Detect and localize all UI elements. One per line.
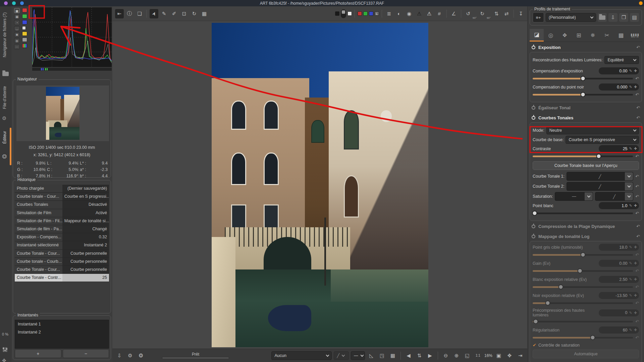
reset-icon[interactable]: ↶ (636, 234, 640, 239)
curve-mode-icon[interactable]: ◡ (14, 26, 20, 31)
plus-icon[interactable]: ✚ (634, 69, 637, 73)
tone-curves-header[interactable]: Courbes Tonales ↶ (530, 112, 642, 122)
edit-icon[interactable]: ✎ (629, 203, 632, 208)
save-icon[interactable]: ⇩ (115, 351, 124, 360)
tone-curve2-selector[interactable]: ╱ (567, 182, 633, 191)
red-channel-square[interactable] (358, 11, 362, 16)
angle-icon[interactable]: ∠ (449, 9, 458, 18)
regularization-spin[interactable]: 60✎✚ (599, 326, 639, 334)
palette-icon[interactable]: ❂ (137, 351, 145, 360)
histogram-canvas[interactable] (32, 7, 112, 67)
reset-icon[interactable]: ↶ (635, 92, 639, 97)
tab-queue[interactable]: File d'attente (2, 86, 7, 109)
luma-channel-toggle[interactable] (22, 26, 26, 30)
monitor-profile-icon[interactable]: ▦ (388, 351, 397, 360)
power-icon[interactable] (532, 46, 535, 49)
pan-icon[interactable]: ✥ (2, 358, 6, 362)
collapse-right-panel-icon[interactable]: ⇥ (516, 351, 525, 360)
black-point-spin[interactable]: 0.000✎✚ (599, 83, 639, 90)
regularization-slider[interactable]: ↶ (533, 335, 639, 340)
automatic-button[interactable]: Automatique (533, 350, 639, 358)
histogram-mode-icon[interactable]: ▅ (14, 8, 20, 13)
base-curve-dropdown[interactable]: Courbe en S progressive (566, 136, 639, 144)
gain-spin[interactable]: 0.00✎✚ (599, 260, 639, 267)
raw-toggle[interactable] (22, 44, 27, 48)
history-row[interactable]: Photo chargée(Dernier sauvegardé) (15, 185, 109, 193)
plus-icon[interactable]: ✚ (634, 203, 637, 208)
rgb-mode-icon[interactable]: ▦ (14, 14, 20, 19)
tone-curve1-selector[interactable]: ╱ (567, 172, 633, 181)
reset-icon[interactable]: ↶ (636, 105, 640, 110)
highlight-precompression-spin[interactable]: 0✎✚ (599, 309, 639, 316)
before-after-toggle[interactable] (341, 9, 346, 18)
history-row[interactable]: Courbe tonale - Cour...Courbe en S progr… (15, 193, 109, 201)
plus-icon[interactable]: ✚ (634, 85, 637, 89)
pin-icon[interactable]: ↧ (517, 9, 525, 18)
history-row[interactable]: Exposition - Compens...0.32 (15, 233, 109, 241)
history-row[interactable]: Simulation de film - Pa...Changé (15, 225, 109, 233)
power-icon[interactable] (532, 225, 535, 228)
log-tone-mapping-header[interactable]: Mappage de tonalité Log ↶ (530, 231, 642, 241)
gray-point-spin[interactable]: 18.0✎✚ (599, 244, 639, 251)
image-canvas[interactable] (112, 21, 527, 349)
black-clip-square[interactable] (335, 11, 339, 16)
checkbox-checked-icon[interactable]: ✔ (533, 343, 536, 348)
gray-point-slider[interactable]: ↶ (533, 252, 639, 257)
blue-channel-toggle[interactable] (22, 20, 27, 24)
straighten-pick-icon[interactable]: ◺ (367, 351, 376, 360)
tab-exposure[interactable]: ◪ (530, 29, 544, 42)
history-row-selected[interactable]: Courbe Tonale - Contr...25 (15, 274, 109, 282)
edit-icon[interactable]: ✎ (629, 85, 632, 89)
new-profile-button[interactable]: ≡+ (533, 12, 544, 22)
gain-slider[interactable]: ↶ (533, 268, 639, 274)
tonal-equalizer-header[interactable]: Égaliseur Tonal ↶ (530, 102, 642, 112)
chroma-channel-toggle[interactable] (22, 32, 27, 36)
rotate-cw-icon[interactable]: ↻ (478, 9, 487, 18)
next-image-icon[interactable]: ▶ (426, 351, 434, 360)
paste-profile-icon[interactable]: ▤ (630, 13, 639, 22)
reset-icon[interactable]: ↶ (636, 115, 640, 120)
rotate-ccw-icon[interactable]: ↺ (464, 9, 473, 18)
duplicate-icon[interactable]: ❏ (135, 9, 144, 18)
previous-image-icon[interactable]: ◀ (404, 351, 413, 360)
flip-vertical-icon[interactable]: ⇅ (492, 9, 501, 18)
reset-icon[interactable]: ↶ (635, 194, 639, 199)
zoom-fit-crop-icon[interactable]: ◱ (463, 351, 472, 360)
history-row[interactable]: Courbe tonale - Courb...Courbe personnel… (15, 258, 109, 266)
power-icon[interactable] (532, 106, 535, 110)
power-icon[interactable] (532, 235, 535, 238)
snapshot-item[interactable]: Instantané 2 (15, 328, 109, 336)
profile-dropdown[interactable]: (Personnalisé) (546, 13, 596, 22)
color-picker-icon[interactable]: ✐ (170, 9, 178, 18)
navigator-preview[interactable] (16, 85, 109, 141)
history-row[interactable]: Courbes TonalesDésactivé (15, 201, 109, 209)
zoom-out-icon[interactable]: ⊖ (441, 351, 450, 360)
tab-detail[interactable]: ◎ (544, 29, 558, 42)
contrast-slider[interactable]: ↶ (533, 154, 639, 159)
color-mode-icon[interactable]: ◔ (14, 20, 20, 25)
film-mode-icon[interactable]: ✽ (14, 32, 20, 37)
history-row[interactable]: Instantané sélectionnéInstantané 2 (15, 241, 109, 249)
snapshot-item[interactable]: Instantané 1 (15, 320, 109, 328)
edit-icon[interactable]: ✎ (629, 69, 632, 73)
shadow-clip-warning-icon[interactable]: ⚠ (415, 9, 424, 18)
red-channel-toggle[interactable] (22, 8, 27, 12)
load-profile-folder-icon[interactable] (598, 13, 607, 22)
black-point-slider[interactable]: ↶ (533, 92, 639, 97)
notification-dot[interactable] (639, 1, 643, 5)
plus-icon[interactable]: ✚ (634, 146, 637, 151)
gamut-check-icon[interactable]: ◉ (405, 9, 414, 18)
curve-from-preview-button[interactable]: Courbe Tonale basée sur l'Aperçu (533, 161, 639, 170)
edit-icon[interactable]: ✎ (629, 146, 632, 151)
reset-icon[interactable]: ↶ (635, 76, 639, 81)
exposure-compensation-spin[interactable]: 0.00✎✚ (599, 67, 639, 74)
line-style-dropdown[interactable]: — (351, 351, 365, 360)
reset-icon[interactable]: ↶ (635, 154, 639, 159)
tab-color[interactable]: ❖ (558, 29, 572, 42)
reset-icon[interactable]: ↶ (636, 224, 640, 229)
crop-tool-icon[interactable]: ⊡ (180, 9, 189, 18)
window-button-1[interactable] (4, 1, 8, 5)
black-rel-exposure-slider[interactable]: ↶ (533, 300, 639, 306)
black-rel-exposure-spin[interactable]: -13.50✎✚ (599, 292, 639, 299)
green-channel-toggle[interactable] (22, 14, 27, 18)
